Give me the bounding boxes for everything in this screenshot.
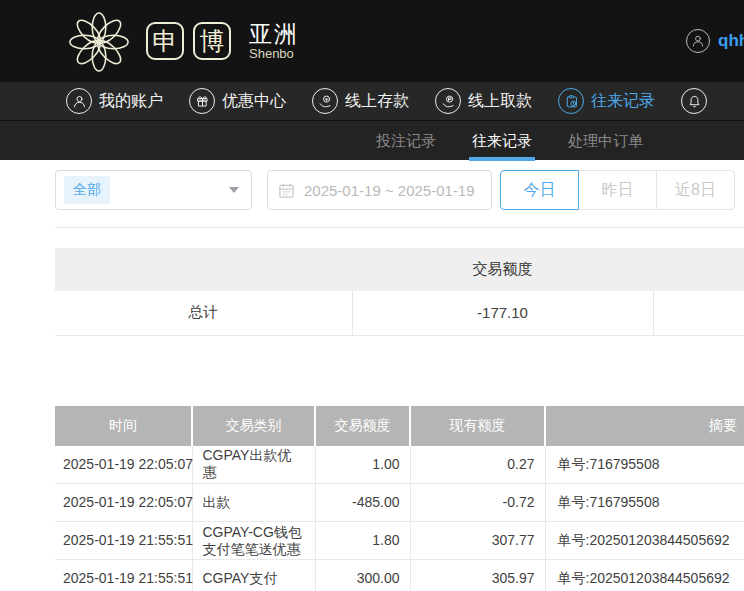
summary-total-row: 总计 -177.10 xyxy=(55,291,744,335)
content-area: 全部 2025-01-19 ~ 2025-01-19 今日 昨日 近8日 xyxy=(0,170,744,591)
col-header-amount: 交易额度 xyxy=(315,406,410,446)
col-header-balance: 现有额度 xyxy=(410,406,545,446)
cell-summary: 单号:202501203844505692 xyxy=(545,522,744,560)
filter-row: 全部 2025-01-19 ~ 2025-01-19 今日 昨日 近8日 xyxy=(55,170,744,210)
table-row: 2025-01-19 21:55:51 CGPAY-CG钱包支付笔笔送优惠 1.… xyxy=(55,522,744,560)
cell-time: 2025-01-19 22:05:07 xyxy=(55,446,192,484)
summary-total-label: 总计 xyxy=(55,291,352,335)
nav-item-deposit[interactable]: 线上存款 xyxy=(312,88,409,114)
main-nav: 我的账户 优惠中心 线上存款 线上取款 往来记录 xyxy=(0,82,744,120)
nav-item-notifications[interactable] xyxy=(681,88,714,114)
nav-label: 线上存款 xyxy=(345,91,409,112)
cell-type: CGPAY支付 xyxy=(192,560,315,591)
col-header-summary: 摘要 xyxy=(545,406,744,446)
summary-header-amount: 交易额度 xyxy=(352,248,653,291)
cell-amount: 1.80 xyxy=(315,522,410,560)
cell-type: CGPAY-CG钱包支付笔笔送优惠 xyxy=(192,522,315,560)
withdraw-icon xyxy=(435,88,461,114)
flower-logo-icon xyxy=(68,9,130,73)
cell-balance: 305.97 xyxy=(410,560,545,591)
gift-icon xyxy=(189,88,215,114)
username-text[interactable]: qhh xyxy=(718,31,744,51)
logo-region: 亚洲 Shenbo xyxy=(249,22,299,61)
table-row: 2025-01-19 22:05:07 CGPAY出款优惠 1.00 0.27 … xyxy=(55,446,744,484)
nav-label: 优惠中心 xyxy=(222,91,286,112)
tab-processing-orders[interactable]: 处理中订单 xyxy=(565,121,646,161)
cell-summary: 单号:716795508 xyxy=(545,446,744,484)
logo-region-cn: 亚洲 xyxy=(249,22,299,46)
summary-empty-cell xyxy=(653,291,744,335)
cell-balance: -0.72 xyxy=(410,484,545,522)
logo-subtitle: Shenbo xyxy=(249,46,299,61)
calendar-icon xyxy=(278,182,295,199)
user-account[interactable]: qhh xyxy=(686,29,744,53)
chevron-down-icon xyxy=(229,187,239,193)
logo-characters: 申 博 xyxy=(146,22,231,60)
logo-char-shen: 申 xyxy=(146,22,184,60)
brand-logo[interactable]: 申 博 亚洲 Shenbo xyxy=(68,9,299,73)
cell-balance: 307.77 xyxy=(410,522,545,560)
summary-total-value: -177.10 xyxy=(352,291,653,335)
user-avatar-icon xyxy=(686,29,710,53)
tab-transaction-records[interactable]: 往来记录 xyxy=(469,121,535,161)
cell-time: 2025-01-19 21:55:51 xyxy=(55,522,192,560)
col-header-type: 交易类别 xyxy=(192,406,315,446)
summary-header-empty xyxy=(55,248,352,291)
divider xyxy=(55,227,744,228)
yesterday-button[interactable]: 昨日 xyxy=(578,170,657,210)
user-icon xyxy=(66,88,92,114)
last-8-days-button[interactable]: 近8日 xyxy=(656,170,735,210)
table-header-row: 时间 交易类别 交易额度 现有额度 摘要 xyxy=(55,406,744,446)
cell-time: 2025-01-19 22:05:07 xyxy=(55,484,192,522)
bell-icon xyxy=(681,88,707,114)
transactions-table: 时间 交易类别 交易额度 现有额度 摘要 2025-01-19 22:05:07… xyxy=(55,406,744,591)
logo-char-bo: 博 xyxy=(193,22,231,60)
cell-amount: 1.00 xyxy=(315,446,410,484)
summary-header-row: 交易额度 xyxy=(55,248,744,291)
cell-summary: 单号:716795508 xyxy=(545,484,744,522)
cell-balance: 0.27 xyxy=(410,446,545,484)
cell-amount: 300.00 xyxy=(315,560,410,591)
page: 申 博 亚洲 Shenbo qhh 我的账户 xyxy=(0,0,744,591)
cell-type: 出款 xyxy=(192,484,315,522)
nav-item-records[interactable]: 往来记录 xyxy=(558,88,655,114)
nav-label: 线上取款 xyxy=(468,91,532,112)
summary-table: 交易额度 总计 -177.10 xyxy=(55,248,744,336)
quick-date-buttons: 今日 昨日 近8日 xyxy=(500,170,735,210)
records-icon xyxy=(558,88,584,114)
date-range-value[interactable]: 2025-01-19 ~ 2025-01-19 xyxy=(304,182,475,199)
nav-item-promotions[interactable]: 优惠中心 xyxy=(189,88,286,114)
tab-betting-records[interactable]: 投注记录 xyxy=(373,121,439,161)
cell-amount: -485.00 xyxy=(315,484,410,522)
cell-summary: 单号:202501203844505692 xyxy=(545,560,744,591)
type-select[interactable]: 全部 xyxy=(55,170,252,210)
nav-item-my-account[interactable]: 我的账户 xyxy=(66,88,163,114)
sub-nav: 投注记录 往来记录 处理中订单 xyxy=(0,120,744,160)
today-button[interactable]: 今日 xyxy=(500,170,579,210)
table-row: 2025-01-19 22:05:07 出款 -485.00 -0.72 单号:… xyxy=(55,484,744,522)
nav-label: 我的账户 xyxy=(99,91,163,112)
deposit-icon xyxy=(312,88,338,114)
nav-label: 往来记录 xyxy=(591,91,655,112)
cell-type: CGPAY出款优惠 xyxy=(192,446,315,484)
nav-item-withdraw[interactable]: 线上取款 xyxy=(435,88,532,114)
date-range-input[interactable]: 2025-01-19 ~ 2025-01-19 xyxy=(267,170,492,210)
brand-header: 申 博 亚洲 Shenbo qhh xyxy=(0,0,744,82)
table-row: 2025-01-19 21:55:51 CGPAY支付 300.00 305.9… xyxy=(55,560,744,591)
summary-header-empty2 xyxy=(653,248,744,291)
col-header-time: 时间 xyxy=(55,406,192,446)
type-select-chip[interactable]: 全部 xyxy=(64,176,110,204)
cell-time: 2025-01-19 21:55:51 xyxy=(55,560,192,591)
